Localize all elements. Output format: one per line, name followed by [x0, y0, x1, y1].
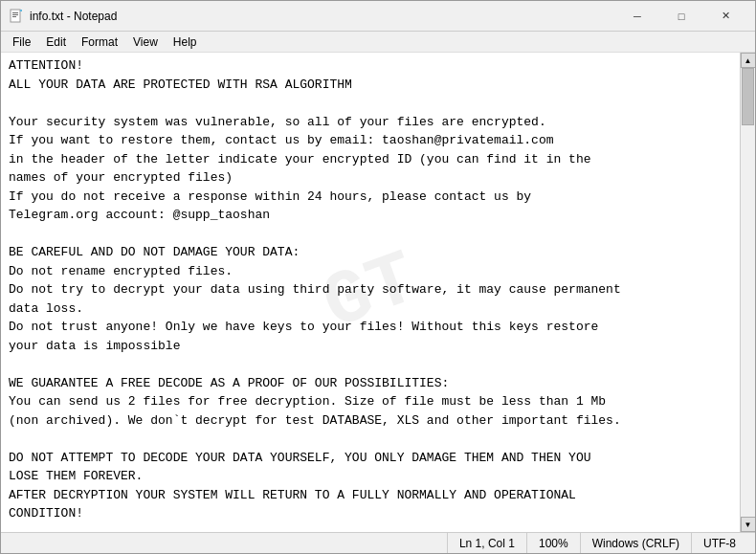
- text-line: You can send us 2 files for free decrypt…: [9, 392, 732, 411]
- window-controls: ─ □ ✕: [615, 1, 747, 32]
- text-lines: ATTENTION!ALL YOUR DATA ARE PROTECTED WI…: [9, 56, 732, 523]
- text-line: [9, 355, 732, 374]
- text-line: Do not rename encrypted files.: [9, 262, 732, 281]
- minimize-button[interactable]: ─: [615, 1, 659, 32]
- text-line: If you want to restore them, contact us …: [9, 131, 732, 150]
- text-line: [9, 225, 732, 244]
- menu-item-edit[interactable]: Edit: [38, 32, 74, 52]
- text-line: DO NOT ATTEMPT TO DECODE YOUR DATA YOURS…: [9, 449, 732, 468]
- encoding: UTF-8: [691, 533, 747, 553]
- scroll-thumb-area: [741, 68, 755, 517]
- text-editor[interactable]: GT ATTENTION!ALL YOUR DATA ARE PROTECTED…: [1, 53, 740, 532]
- vertical-scrollbar[interactable]: ▲ ▼: [740, 53, 755, 532]
- title-bar: info.txt - Notepad ─ □ ✕: [1, 1, 755, 32]
- text-line: LOSE THEM FOREVER.: [9, 467, 732, 486]
- scroll-thumb[interactable]: [742, 68, 754, 125]
- svg-rect-3: [12, 16, 16, 17]
- window-title: info.txt - Notepad: [30, 10, 615, 23]
- svg-rect-0: [11, 10, 20, 22]
- scroll-up-button[interactable]: ▲: [741, 53, 756, 68]
- close-button[interactable]: ✕: [703, 1, 747, 32]
- maximize-button[interactable]: □: [659, 1, 703, 32]
- menu-item-file[interactable]: File: [5, 32, 38, 52]
- menu-bar: FileEditFormatViewHelp: [1, 32, 755, 53]
- status-bar: Ln 1, Col 1 100% Windows (CRLF) UTF-8: [1, 532, 755, 553]
- text-line: AFTER DECRYPTION YOUR SYSTEM WILL RETURN…: [9, 486, 732, 505]
- scroll-down-button[interactable]: ▼: [741, 517, 756, 532]
- text-line: names of your encrypted files): [9, 168, 732, 188]
- text-line: Your security system was vulnerable, so …: [9, 113, 732, 132]
- text-line: data loss.: [9, 299, 732, 319]
- text-line: ATTENTION!: [9, 56, 732, 76]
- text-line: [9, 94, 732, 113]
- text-line: BE CAREFUL AND DO NOT DAMAGE YOUR DATA:: [9, 243, 732, 262]
- line-ending: Windows (CRLF): [580, 533, 691, 553]
- text-line: CONDITION!: [9, 504, 732, 523]
- menu-item-format[interactable]: Format: [74, 32, 125, 52]
- text-line: ALL YOUR DATA ARE PROTECTED WITH RSA ALG…: [9, 76, 732, 95]
- text-line: in the header of the letter indicate you…: [9, 150, 732, 169]
- cursor-position: Ln 1, Col 1: [447, 533, 526, 553]
- notepad-window: info.txt - Notepad ─ □ ✕ FileEditFormatV…: [0, 0, 756, 554]
- text-line: WE GUARANTEE A FREE DECODE AS A PROOF OF…: [9, 374, 732, 393]
- zoom-level: 100%: [526, 533, 580, 553]
- text-line: (non archived). We don`t decrypt for tes…: [9, 411, 732, 431]
- text-line: Do not try to decrypt your data using th…: [9, 280, 732, 299]
- editor-area: GT ATTENTION!ALL YOUR DATA ARE PROTECTED…: [1, 53, 755, 532]
- menu-item-view[interactable]: View: [125, 32, 166, 52]
- text-line: If you do not receive a response within …: [9, 188, 732, 207]
- app-icon: [9, 9, 24, 24]
- text-line: Telegram.org account: @supp_taoshan: [9, 206, 732, 225]
- text-line: your data is impossible: [9, 337, 732, 356]
- text-line: [9, 430, 732, 449]
- menu-item-help[interactable]: Help: [166, 32, 205, 52]
- text-line: Do not trust anyone! Only we have keys t…: [9, 318, 732, 337]
- svg-rect-1: [12, 12, 18, 13]
- svg-rect-2: [12, 14, 18, 15]
